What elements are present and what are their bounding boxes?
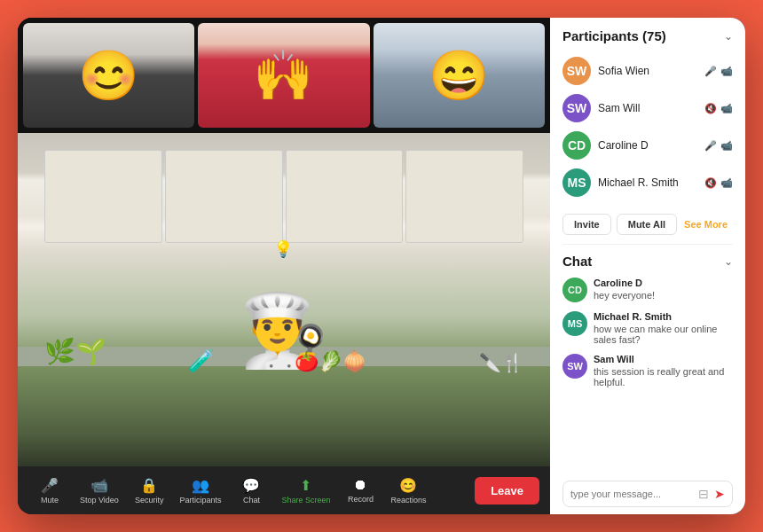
cabinet-row	[44, 150, 523, 243]
record-icon: ⏺	[353, 477, 367, 493]
participant-icons-michael: 🔇 📹	[704, 177, 733, 189]
chat-label: Chat	[243, 496, 260, 505]
share-screen-icon: ⬆	[300, 477, 311, 494]
thumbnail-2[interactable]: 🙌	[198, 23, 369, 128]
chat-button[interactable]: 💬 Chat	[230, 473, 272, 508]
thumb-face-2: 🙌	[253, 51, 314, 100]
avatar-sofia: SW	[562, 57, 591, 85]
chat-icon: 💬	[242, 477, 260, 494]
utensils: 🔪🍴	[479, 352, 523, 373]
cabinet-2	[165, 150, 283, 243]
cam-icon-sam: 📹	[720, 103, 733, 114]
chat-name-caroline: Caroline D	[594, 278, 655, 288]
stop-video-icon: 📹	[90, 477, 108, 494]
chat-messages: CD Caroline D hey everyone! MS Michael R…	[562, 278, 733, 473]
participant-name-michael: Michael R. Smith	[598, 176, 697, 189]
thumbnail-3[interactable]: 😄	[374, 23, 545, 128]
cabinet-4	[405, 150, 523, 243]
chat-text-michael: how we can make our online sales fast?	[594, 324, 733, 345]
chat-avatar-michael: MS	[562, 311, 587, 336]
video-panel: 😊 🙌 😄	[18, 18, 550, 514]
participants-label: Participants	[179, 496, 221, 505]
chat-name-michael: Michael R. Smith	[594, 311, 733, 322]
mute-label: Mute	[41, 496, 59, 505]
chat-message-sam: SW Sam Will this session is really great…	[562, 354, 733, 387]
reactions-label: Reactions	[390, 496, 426, 505]
security-icon: 🔒	[140, 477, 158, 494]
participant-item-michael: MS Michael R. Smith 🔇 📹	[562, 164, 733, 201]
chat-section: Chat ⌄ CD Caroline D hey everyone! MS Mi…	[550, 245, 745, 514]
mic-icon-sofia: 🎤	[704, 66, 717, 77]
chat-message-michael: MS Michael R. Smith how we can make our …	[562, 311, 733, 345]
mic-muted-sam: 🔇	[704, 103, 717, 114]
cabinet-1	[44, 150, 162, 243]
participants-button[interactable]: 👥 Participants	[172, 473, 228, 508]
cam-icon-sofia: 📹	[720, 66, 733, 77]
security-button[interactable]: 🔒 Security	[128, 473, 171, 508]
chat-content-caroline: Caroline D hey everyone!	[594, 278, 655, 302]
participants-chevron[interactable]: ⌄	[724, 30, 733, 43]
mute-button[interactable]: 🎤 Mute	[28, 473, 71, 508]
participant-icons-caroline: 🎤 📹	[704, 140, 733, 152]
record-label: Record	[348, 495, 374, 504]
participants-section: Participants (75) ⌄ SW Sofia Wien 🎤 📹 SW…	[550, 18, 745, 208]
participant-item-caroline: CD Caroline D 🎤 📹	[562, 127, 733, 164]
reactions-icon: 😊	[399, 477, 417, 494]
kitchen-scene: 🌿🌱 👨‍🍳 🍅🥬🧅 🔪🍴 🧪 💡	[18, 133, 550, 466]
spatula: 🧪	[188, 348, 215, 373]
see-more-link[interactable]: See More	[684, 219, 728, 230]
chat-avatar-caroline: CD	[562, 278, 587, 302]
participant-name-sofia: Sofia Wien	[598, 65, 697, 77]
vegetables: 🍅🥬🧅	[295, 350, 366, 373]
participant-item-sofia: SW Sofia Wien 🎤 📹	[562, 52, 733, 90]
chat-content-michael: Michael R. Smith how we can make our onl…	[594, 311, 733, 345]
leave-button[interactable]: Leave	[475, 477, 539, 505]
reactions-button[interactable]: 😊 Reactions	[383, 473, 433, 508]
participant-icons-sam: 🔇 📹	[704, 103, 733, 114]
send-icon[interactable]: ➤	[714, 487, 725, 501]
chat-title: Chat	[562, 254, 592, 269]
chat-name-sam: Sam Will	[594, 354, 733, 364]
chat-message-caroline: CD Caroline D hey everyone!	[562, 278, 733, 302]
chat-text-sam: this session is really great and helpful…	[594, 366, 733, 387]
share-screen-button[interactable]: ⬆ Share Screen	[274, 473, 337, 508]
avatar-michael: MS	[562, 168, 591, 197]
mute-all-button[interactable]: Mute All	[617, 214, 677, 235]
participant-name-caroline: Caroline D	[598, 139, 697, 152]
main-video: 🌿🌱 👨‍🍳 🍅🥬🧅 🔪🍴 🧪 💡	[18, 133, 550, 466]
toolbar: 🎤 Mute 📹 Stop Video 🔒 Security 👥 Partici…	[18, 466, 550, 514]
participants-header: Participants (75) ⌄	[562, 28, 733, 43]
participants-icon: 👥	[192, 477, 209, 494]
participant-icons-sofia: 🎤 📹	[704, 66, 733, 77]
participant-name-sam: Sam Will	[598, 102, 697, 114]
thumb-face-3: 😄	[429, 51, 490, 100]
right-panel: Participants (75) ⌄ SW Sofia Wien 🎤 📹 SW…	[550, 18, 745, 514]
avatar-caroline: CD	[562, 131, 591, 160]
attachment-icon[interactable]: ⊟	[698, 487, 709, 501]
toolbar-buttons: 🎤 Mute 📹 Stop Video 🔒 Security 👥 Partici…	[28, 473, 434, 508]
stop-video-button[interactable]: 📹 Stop Video	[73, 473, 126, 508]
thumb-face-1: 😊	[78, 51, 139, 100]
chat-input[interactable]	[570, 489, 693, 499]
mic-icon-caroline: 🎤	[704, 140, 717, 152]
stop-video-label: Stop Video	[80, 496, 119, 505]
chat-chevron[interactable]: ⌄	[724, 255, 733, 268]
mic-muted-michael: 🔇	[704, 177, 717, 189]
app-container: 😊 🙌 😄	[18, 18, 745, 514]
participant-item-sam: SW Sam Will 🔇 📹	[562, 90, 733, 127]
cabinet-3	[286, 150, 404, 243]
chat-avatar-sam: SW	[562, 354, 587, 379]
thumbnail-strip: 😊 🙌 😄	[18, 18, 550, 133]
record-button[interactable]: ⏺ Record	[339, 473, 382, 507]
thumbnail-1[interactable]: 😊	[23, 23, 194, 128]
action-buttons: Invite Mute All See More	[550, 208, 745, 244]
participants-title: Participants (75)	[562, 28, 666, 43]
cam-icon-caroline: 📹	[720, 140, 733, 152]
invite-button[interactable]: Invite	[562, 214, 611, 235]
chat-header: Chat ⌄	[562, 254, 733, 269]
chat-text-caroline: hey everyone!	[594, 290, 655, 301]
chat-content-sam: Sam Will this session is really great an…	[594, 354, 733, 387]
light-decoration: 💡	[273, 239, 293, 259]
cam-icon-michael: 📹	[720, 177, 733, 189]
share-screen-label: Share Screen	[281, 496, 330, 505]
